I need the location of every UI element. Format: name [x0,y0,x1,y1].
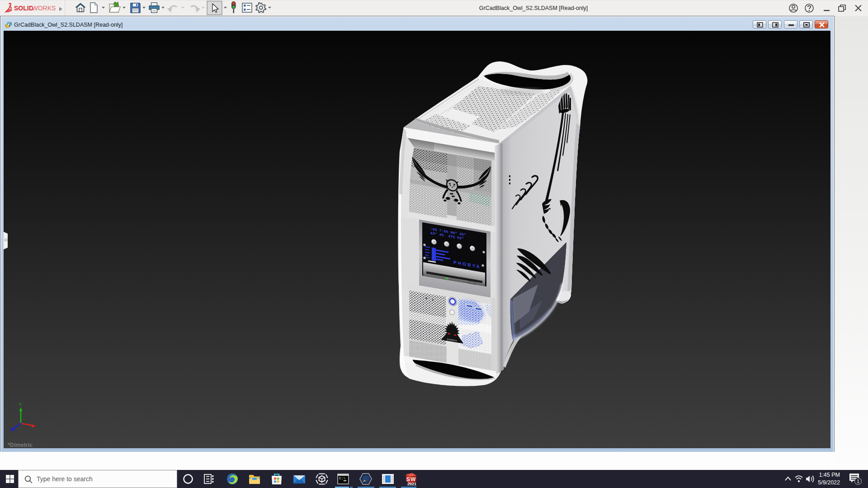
svg-text:1: 1 [857,479,859,484]
svg-text:C:\: C:\ [339,476,346,480]
svg-text:*Dimetric: *Dimetric [8,442,33,448]
svg-text:WORKS: WORKS [32,5,56,12]
svg-text:2021: 2021 [407,482,416,486]
svg-text:Y: Y [19,402,22,407]
svg-text:SOLID: SOLID [14,5,33,12]
